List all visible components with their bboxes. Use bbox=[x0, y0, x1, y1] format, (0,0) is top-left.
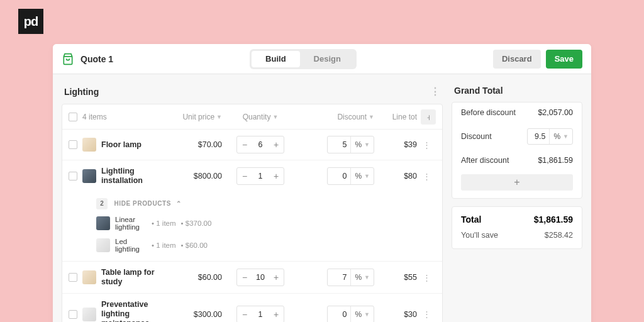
table-row: Table lamp for study $60.00 −10+ 7%▼ $55… bbox=[62, 262, 442, 294]
chevron-down-icon[interactable]: ▼ bbox=[369, 114, 374, 120]
plus-icon: + bbox=[514, 177, 519, 188]
minus-icon: − bbox=[237, 171, 252, 181]
discard-button[interactable]: Discard bbox=[493, 50, 541, 69]
row-checkbox[interactable] bbox=[69, 140, 77, 149]
section-menu-icon[interactable]: ⋮ bbox=[430, 86, 440, 97]
minus-icon: − bbox=[237, 272, 252, 282]
sub-item: Linear lightling • 1 item • $370.00 bbox=[96, 216, 436, 231]
discount-input[interactable]: 7%▼ bbox=[327, 269, 374, 286]
discount-input[interactable]: 5%▼ bbox=[327, 136, 374, 153]
plus-icon: + bbox=[269, 272, 284, 282]
chevron-up-icon: ⌃ bbox=[176, 200, 182, 207]
product-thumb bbox=[82, 138, 96, 152]
sub-item: Led lightling • 1 item • $60.00 bbox=[96, 238, 436, 253]
row-checkbox[interactable] bbox=[69, 310, 77, 319]
chevron-down-icon[interactable]: ▼ bbox=[272, 114, 278, 120]
topbar: Quote 1 Build Design Discard Save bbox=[53, 44, 591, 74]
minus-icon: − bbox=[237, 309, 252, 319]
chevron-down-icon: ▼ bbox=[364, 173, 370, 179]
items-table: 4 items Unit price▼ Quantity▼ Discount▼ … bbox=[62, 104, 443, 322]
row-menu-icon[interactable]: ⋮ bbox=[417, 172, 436, 181]
discount-input[interactable]: 0%▼ bbox=[327, 306, 374, 322]
product-thumb bbox=[82, 308, 96, 321]
row-menu-icon[interactable]: ⋮ bbox=[417, 309, 436, 319]
product-thumb bbox=[82, 270, 96, 284]
subitem-count-badge: 2 bbox=[96, 198, 108, 209]
hide-products-toggle[interactable]: HIDE PRODUCTS ⌃ bbox=[114, 200, 181, 207]
total-card: Total $1,861.59 You'll save $258.42 bbox=[452, 206, 582, 249]
product-thumb bbox=[82, 169, 96, 183]
row-menu-icon[interactable]: ⋮ bbox=[417, 140, 436, 150]
quantity-stepper[interactable]: −1+ bbox=[236, 306, 284, 322]
row-checkbox[interactable] bbox=[69, 273, 77, 282]
chevron-down-icon: ▼ bbox=[364, 311, 370, 318]
table-row: Lightling installation $800.00 −1+ 0%▼ $… bbox=[62, 160, 442, 192]
page-title: Quote 1 bbox=[80, 54, 113, 64]
table-row: Floor lamp $70.00 −6+ 5%▼ $39 ⋮ bbox=[62, 130, 442, 160]
tab-build[interactable]: Build bbox=[252, 51, 300, 67]
save-button[interactable]: Save bbox=[546, 50, 582, 69]
product-thumb bbox=[96, 238, 110, 252]
select-all-checkbox[interactable] bbox=[69, 113, 77, 121]
section-title: Lighting bbox=[64, 87, 99, 97]
quantity-stepper[interactable]: −6+ bbox=[236, 136, 284, 153]
chevron-down-icon: ▼ bbox=[364, 142, 370, 148]
chevron-down-icon[interactable]: ▼ bbox=[216, 114, 222, 120]
tab-design[interactable]: Design bbox=[300, 51, 355, 67]
minus-icon: − bbox=[237, 140, 252, 150]
table-header: 4 items Unit price▼ Quantity▼ Discount▼ … bbox=[62, 104, 442, 130]
quantity-stepper[interactable]: −1+ bbox=[236, 167, 284, 185]
grand-total-title: Grand Total bbox=[454, 86, 503, 96]
discount-input[interactable]: 0%▼ bbox=[327, 167, 374, 185]
add-line-button[interactable]: + bbox=[461, 174, 573, 191]
items-count-label: 4 items bbox=[82, 113, 107, 121]
product-thumb bbox=[96, 216, 110, 230]
brand-logo: pd bbox=[18, 9, 43, 34]
row-checkbox[interactable] bbox=[69, 172, 77, 180]
quantity-stepper[interactable]: −10+ bbox=[236, 269, 284, 286]
chevron-down-icon: ▼ bbox=[364, 274, 370, 280]
shopping-bag-icon bbox=[62, 53, 74, 65]
plus-icon: + bbox=[269, 171, 284, 181]
add-column-button[interactable]: ⫞ bbox=[421, 109, 436, 125]
table-row: Preventative lighting maintenance $300.0… bbox=[62, 294, 442, 322]
app-window: Quote 1 Build Design Discard Save Lighti… bbox=[53, 44, 591, 322]
plus-icon: + bbox=[269, 140, 284, 150]
plus-icon: + bbox=[269, 309, 284, 319]
mode-toggle: Build Design bbox=[250, 49, 357, 69]
chevron-down-icon: ▼ bbox=[563, 133, 569, 140]
grand-discount-input[interactable]: 9.5 %▼ bbox=[527, 128, 573, 145]
row-menu-icon[interactable]: ⋮ bbox=[417, 273, 436, 282]
grand-total-card: Before discount $2,057.00 Discount 9.5 %… bbox=[452, 102, 582, 199]
